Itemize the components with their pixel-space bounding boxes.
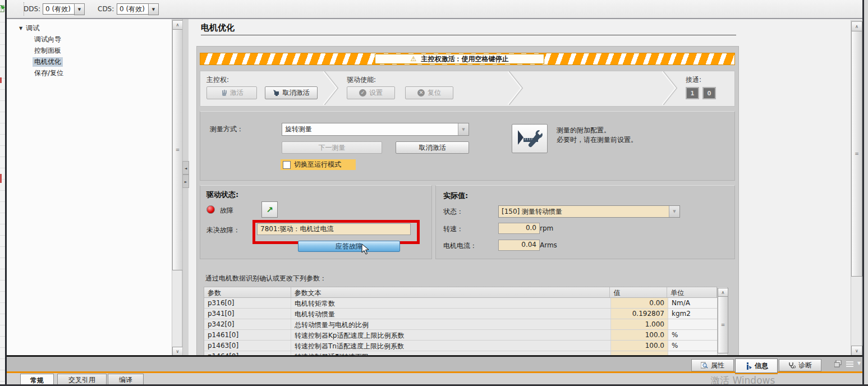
green-arrow-icon: ↗ [266, 205, 273, 215]
diagnostics-button[interactable]: 诊断 [779, 359, 821, 371]
measurement-method-value: 旋转测量 [282, 123, 458, 135]
check-circle-icon: ✓ [359, 89, 366, 96]
param-text-cell: 转速控制器Tn适配速度上限比例系数 [291, 341, 611, 351]
drive-enable-reset-button[interactable]: ✕ 复位 [405, 86, 453, 99]
properties-button[interactable]: 属性 [691, 359, 734, 371]
measurement-config-button[interactable] [512, 124, 548, 153]
table-row: p342[0] 总转动惯量与电机的比例 1.000 [204, 319, 718, 330]
motor-current-field[interactable]: 0.04 [498, 240, 540, 251]
collapse-arrow-icon[interactable]: ▼ [19, 26, 22, 31]
config-note-line1: 测量的附加配置。 [557, 126, 610, 135]
cascade-windows-icon[interactable] [834, 360, 842, 367]
main-scrollbar-thumb[interactable]: ≡ [851, 31, 862, 277]
header-param[interactable]: 参数 [204, 287, 291, 297]
acknowledge-fault-button[interactable]: 应答故障 [298, 241, 400, 252]
speed-field[interactable]: 0.0 [498, 223, 540, 234]
more-options-caret-icon[interactable]: ▼ [857, 361, 861, 366]
tree-item-debug-wizard[interactable]: 调试向导 [33, 35, 63, 44]
fault-led-icon [206, 205, 215, 214]
page-title: 电机优化 [201, 22, 235, 33]
dds-label: DDS: [24, 5, 40, 13]
checkbox[interactable] [283, 161, 291, 169]
dds-select[interactable]: 0 (有效) [43, 3, 76, 15]
jump-to-fault-button[interactable]: ↗ [261, 201, 278, 218]
tree-scrollbar-thumb[interactable]: ≡ [172, 29, 183, 270]
tree-item-save-reset[interactable]: 保存/复位 [33, 68, 65, 78]
tree-item-control-panel[interactable]: 控制面板 [33, 46, 63, 56]
state-select[interactable]: [150] 测量转动惯量 ▼ [498, 205, 680, 218]
drive-enable-set-button[interactable]: ✓ 设置 [347, 86, 395, 99]
chevron-separator [323, 71, 340, 105]
switch-to-run-mode-option[interactable]: 切换至运行模式 [281, 159, 356, 170]
chevron-down-icon: ▼ [669, 206, 679, 217]
value-cell[interactable]: 100.0 [611, 330, 668, 340]
main-scroll-up-button[interactable]: ∧ [851, 21, 862, 31]
device-icon [273, 90, 280, 96]
switch-on-label: 接通: [686, 75, 701, 85]
switch-on-1-button[interactable]: 1 [686, 87, 699, 99]
tree-item-motor-optimization[interactable]: 电机优化 [33, 57, 63, 67]
main-scroll-down-button[interactable]: ∨ [851, 346, 862, 356]
fault-label: 故障 [220, 206, 233, 215]
table-row: p316[0] 电机转矩常数 0.00 Nm/A [204, 298, 718, 309]
state-label: 状态： [443, 207, 463, 217]
param-cell: p1463[0] [204, 341, 291, 351]
table-row: p1461[0] 转速控制器Kp适配速度上限比例系数 100.0 % [204, 330, 718, 341]
chevron-separator [662, 71, 679, 105]
value-cell[interactable]: 1.000 [611, 319, 668, 329]
header-value[interactable]: 值 [610, 287, 667, 297]
splitter-collapse-right-button[interactable]: ► [182, 174, 189, 188]
activate-master-control-button[interactable]: 激活 [206, 86, 257, 99]
activate-label: 激活 [230, 88, 244, 98]
table-row: p1463[0] 转速控制器Tn适配速度上限比例系数 100.0 % [204, 341, 718, 351]
header-unit[interactable]: 单位 [667, 287, 717, 297]
cds-dropdown-button[interactable]: ▼ [148, 3, 159, 15]
motor-current-unit: Arms [540, 241, 557, 249]
measurement-method-label: 测量方式： [210, 125, 244, 134]
warning-text: 主控权激活：使用空格键停止 [421, 54, 508, 64]
state-value: [150] 测量转动惯量 [499, 206, 669, 217]
deactivate-master-control-button[interactable]: 取消激活 [265, 86, 318, 99]
config-note-line2: 必要时，请在测量前设置。 [557, 135, 637, 145]
tree-item-debug[interactable]: ▼ 调试 [19, 24, 39, 33]
tree-scroll-up-button[interactable]: ∧ [172, 20, 183, 30]
table-scroll-up-button[interactable]: ∧ [718, 288, 728, 297]
value-cell[interactable]: 0.192807 [611, 309, 668, 319]
tree-root-label: 调试 [26, 24, 39, 33]
header-param-text[interactable]: 参数文本 [291, 287, 610, 297]
cds-label: CDS: [98, 5, 114, 13]
value-cell[interactable]: 0.00 [611, 298, 668, 308]
title-underline [201, 35, 736, 35]
chevron-down-icon: ▼ [152, 7, 155, 12]
switch-on-0-button[interactable]: 0 [702, 87, 716, 99]
next-measurement-button[interactable]: 下一测量 [282, 141, 382, 154]
app-window: DDS: 0 (有效) ▼ CDS: 0 (有效) ▼ ▼ 调试 调试向导 控制… [0, 0, 868, 386]
unit-cell: kgm2 [668, 309, 718, 319]
dds-dropdown-button[interactable]: ▼ [74, 3, 85, 15]
cds-select[interactable]: 0 (有效) [117, 3, 150, 15]
cross-circle-icon: ✕ [417, 89, 425, 96]
param-text-cell: 总转动惯量与电机的比例 [291, 319, 611, 329]
chevron-down-icon: ▼ [78, 7, 81, 12]
checkbox-label: 切换至运行模式 [294, 160, 341, 169]
param-cell: p341[0] [204, 309, 291, 319]
param-table-header: 参数 参数文本 值 单位 [204, 287, 717, 298]
list-view-icon[interactable] [846, 361, 853, 367]
chevron-down-icon: ▼ [458, 123, 469, 135]
master-control-label: 主控权: [206, 75, 229, 85]
cancel-activation-button[interactable]: 取消激活 [396, 141, 469, 154]
speed-unit: rpm [540, 224, 553, 232]
info-button[interactable]: 信息 [735, 359, 778, 373]
actual-values-section [435, 185, 735, 259]
param-cell: p316[0] [204, 298, 291, 308]
unit-cell: % [668, 330, 718, 340]
measurement-method-select[interactable]: 旋转测量 ▼ [282, 123, 469, 136]
navigation-tree [7, 19, 172, 356]
table-scrollbar-thumb[interactable]: ≡ [718, 296, 728, 353]
hand-icon [221, 90, 227, 96]
param-text-cell: 电机转动惯量 [291, 309, 611, 319]
drive-status-title: 驱动状态: [206, 190, 238, 200]
splitter-collapse-left-button[interactable]: ◄ [182, 161, 189, 174]
value-cell[interactable]: 100.0 [611, 341, 668, 351]
param-cell: p342[0] [204, 319, 291, 329]
